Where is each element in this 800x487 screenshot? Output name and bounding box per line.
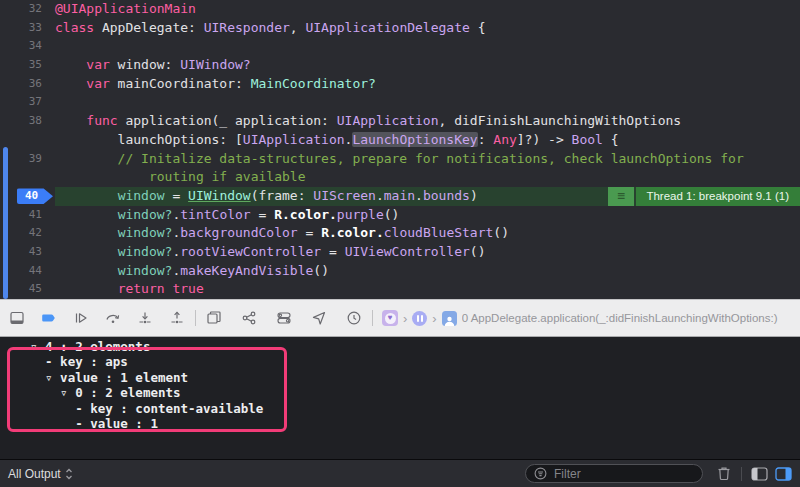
filter-input[interactable] — [552, 466, 694, 482]
code-line-current[interactable]: 40 window = UIWindow(frame: UIScreen.mai… — [0, 187, 800, 206]
scope-arrows-icon — [65, 467, 73, 481]
code-line[interactable]: 32@UIApplicationMain — [0, 0, 800, 19]
filter-field[interactable] — [525, 464, 703, 483]
bottom-bar-separator — [741, 467, 742, 481]
code-text — [55, 93, 800, 112]
thread-breakpoint-badge[interactable]: ≡Thread 1: breakpoint 9.1 (1) — [608, 187, 800, 206]
view-hierarchy-icon[interactable] — [205, 309, 223, 327]
line-number-gutter[interactable]: 36 — [0, 75, 55, 94]
filter-icon — [534, 467, 547, 480]
debug-toolbar: ♥ › › 0 AppDelegate.application(_:didFin… — [0, 299, 800, 337]
output-scope-selector[interactable]: All Output — [8, 467, 73, 481]
environment-overrides-icon[interactable] — [275, 309, 293, 327]
line-number-gutter[interactable] — [0, 131, 55, 150]
clear-console-trash-icon[interactable] — [716, 465, 732, 482]
code-text: var mainCoordinator: MainCoordinator? — [55, 75, 800, 94]
code-line[interactable]: 35 var window: UIWindow? — [0, 56, 800, 75]
code-lines: 32@UIApplicationMain33class AppDelegate:… — [0, 0, 800, 299]
code-text: return true — [55, 280, 800, 299]
code-line[interactable]: routing if available — [0, 168, 800, 187]
show-console-view-toggle[interactable] — [775, 467, 792, 481]
code-text: window?.backgroundColor = R.color.cloudB… — [55, 224, 800, 243]
line-number-gutter[interactable]: 43 — [0, 243, 55, 262]
console-output: ▿ 4 : 2 elements - key : aps ▿ value : 1… — [0, 337, 800, 431]
chevron-right-icon: › — [432, 312, 436, 325]
code-line[interactable]: 41 window?.tintColor = R.color.purple() — [0, 206, 800, 225]
debug-breadcrumb: ♥ › › 0 AppDelegate.application(_:didFin… — [382, 310, 778, 326]
breakpoint-menu-icon[interactable]: ≡ — [608, 187, 634, 206]
line-number-gutter[interactable]: 34 — [0, 37, 55, 56]
code-text — [55, 37, 800, 56]
debug-inspect-controls — [205, 309, 363, 327]
console-line: ▿ 4 : 2 elements — [30, 339, 800, 354]
code-line[interactable]: 38 func application(_ application: UIApp… — [0, 112, 800, 131]
code-text: @UIApplicationMain — [55, 0, 800, 19]
toolbar-separator — [195, 310, 196, 326]
code-text: // Initalize data-structures, prepare fo… — [55, 150, 800, 169]
paused-thread-icon[interactable] — [412, 311, 427, 326]
line-number-gutter[interactable]: 39 — [0, 150, 55, 169]
line-number-gutter[interactable]: 45 — [0, 280, 55, 299]
chevron-right-icon: › — [403, 312, 407, 325]
code-line[interactable]: 34 — [0, 37, 800, 56]
debug-console[interactable]: ▿ 4 : 2 elements - key : aps ▿ value : 1… — [0, 337, 800, 459]
code-line[interactable]: 42 window?.backgroundColor = R.color.clo… — [0, 224, 800, 243]
code-line[interactable]: 45 return true — [0, 280, 800, 299]
xcode-debug-window: 32@UIApplicationMain33class AppDelegate:… — [0, 0, 800, 487]
memory-graph-icon[interactable] — [240, 309, 258, 327]
thread-breakpoint-label: Thread 1: breakpoint 9.1 (1) — [636, 187, 800, 206]
code-line[interactable]: 37 — [0, 93, 800, 112]
line-number-gutter[interactable]: 32 — [0, 0, 55, 19]
change-ribbon — [3, 147, 8, 299]
debug-controls — [8, 309, 186, 327]
console-line: - value : 1 — [30, 416, 800, 431]
output-scope-label: All Output — [8, 467, 61, 481]
console-line: - key : content-available — [30, 401, 800, 416]
line-number-gutter[interactable] — [0, 168, 55, 187]
line-number-gutter[interactable]: 35 — [0, 56, 55, 75]
step-over-button[interactable] — [104, 309, 122, 327]
hide-debug-area-icon[interactable] — [8, 309, 26, 327]
code-text: launchOptions: [UIApplication.LaunchOpti… — [55, 131, 800, 150]
code-text: window?.makeKeyAndVisible() — [55, 262, 800, 281]
show-variables-view-toggle[interactable] — [751, 467, 768, 481]
line-number-gutter[interactable]: 41 — [0, 206, 55, 225]
code-text: class AppDelegate: UIResponder, UIApplic… — [55, 19, 800, 38]
code-text: routing if available — [55, 168, 800, 187]
line-number-gutter[interactable]: 37 — [0, 93, 55, 112]
code-line[interactable]: 43 window?.rootViewController = UIViewCo… — [0, 243, 800, 262]
code-text: var window: UIWindow? — [55, 56, 800, 75]
breakpoints-toggle-icon[interactable] — [40, 309, 58, 327]
continue-button[interactable] — [72, 309, 90, 327]
step-out-button[interactable] — [168, 309, 186, 327]
code-line[interactable]: 39 // Initalize data-structures, prepare… — [0, 150, 800, 169]
toolbar-separator — [372, 310, 373, 326]
code-line[interactable]: 36 var mainCoordinator: MainCoordinator? — [0, 75, 800, 94]
simulate-location-icon[interactable] — [310, 309, 328, 327]
code-text: window?.rootViewController = UIViewContr… — [55, 243, 800, 262]
code-line[interactable]: launchOptions: [UIApplication.LaunchOpti… — [0, 131, 800, 150]
source-editor[interactable]: 32@UIApplicationMain33class AppDelegate:… — [0, 0, 800, 299]
stack-frame-label[interactable]: 0 AppDelegate.application(_:didFinishLau… — [462, 312, 778, 324]
console-line: ▿ value : 1 element — [30, 370, 800, 385]
line-number-gutter[interactable]: 44 — [0, 262, 55, 281]
step-into-button[interactable] — [136, 309, 154, 327]
stack-frame-icon[interactable] — [442, 311, 457, 326]
line-number-gutter[interactable]: 42 — [0, 224, 55, 243]
app-icon[interactable]: ♥ — [382, 310, 398, 326]
code-line[interactable]: 33class AppDelegate: UIResponder, UIAppl… — [0, 19, 800, 38]
code-text: window?.tintColor = R.color.purple() — [55, 206, 800, 225]
console-line: ▿ 0 : 2 elements — [30, 385, 800, 400]
timeline-clock-icon[interactable] — [345, 309, 363, 327]
line-number-gutter[interactable]: 38 — [0, 112, 55, 131]
console-bottom-bar: All Output — [0, 459, 800, 487]
line-number-gutter[interactable]: 40 — [0, 187, 55, 206]
line-number-gutter[interactable]: 33 — [0, 19, 55, 38]
breakpoint-arrow[interactable]: 40 — [17, 188, 53, 204]
console-line: - key : aps — [30, 354, 800, 369]
heart-icon: ♥ — [385, 313, 396, 324]
code-line[interactable]: 44 window?.makeKeyAndVisible() — [0, 262, 800, 281]
code-text: func application(_ application: UIApplic… — [55, 112, 800, 131]
